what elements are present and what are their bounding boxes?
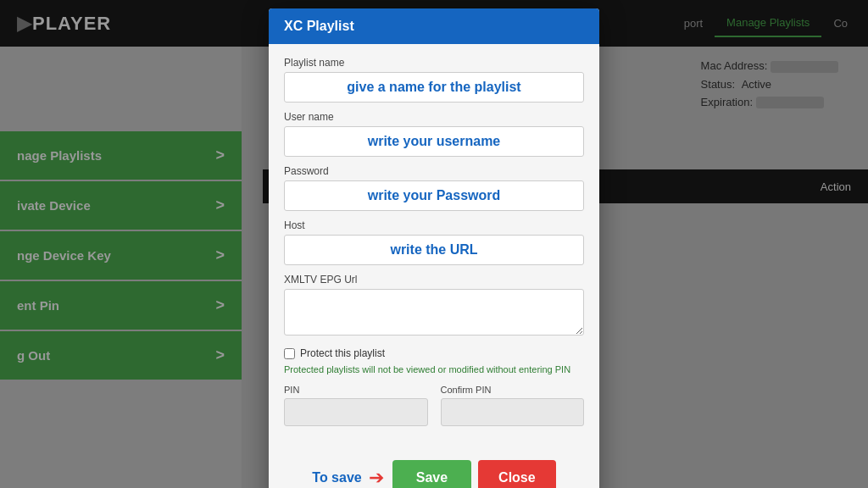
confirm-pin-group: Confirm PIN (441, 385, 585, 426)
modal-header: XC Playlist (269, 8, 599, 44)
protect-label: Protect this playlist (300, 347, 385, 359)
xc-playlist-modal: XC Playlist Playlist name User name Pass… (269, 8, 599, 488)
password-label: Password (284, 165, 584, 177)
modal-title: XC Playlist (284, 19, 354, 33)
playlist-name-group: Playlist name (284, 57, 584, 103)
xmltv-input[interactable] (284, 289, 584, 336)
host-label: Host (284, 219, 584, 231)
password-group: Password (284, 165, 584, 211)
pin-label: PIN (284, 385, 428, 395)
playlist-name-input[interactable] (284, 72, 584, 103)
xmltv-group: XMLTV EPG Url (284, 274, 584, 339)
password-input[interactable] (284, 180, 584, 211)
xmltv-label: XMLTV EPG Url (284, 274, 584, 286)
username-label: User name (284, 111, 584, 123)
username-group: User name (284, 111, 584, 157)
pin-row: PIN Confirm PIN (284, 385, 584, 426)
confirm-pin-input[interactable] (441, 398, 585, 426)
close-button[interactable]: Close (478, 460, 556, 488)
host-group: Host (284, 219, 584, 265)
confirm-pin-label: Confirm PIN (441, 385, 585, 395)
playlist-name-label: Playlist name (284, 57, 584, 69)
host-input[interactable] (284, 235, 584, 265)
modal-footer: To save ➔ Save Close (269, 452, 599, 488)
protect-row: Protect this playlist (284, 347, 584, 359)
pin-input[interactable] (284, 398, 428, 426)
protect-note: Protected playlists will not be viewed o… (284, 363, 584, 376)
modal-body: Playlist name User name Password Host XM… (269, 44, 599, 452)
save-button[interactable]: Save (392, 460, 471, 488)
username-input[interactable] (284, 126, 584, 157)
pin-group: PIN (284, 385, 428, 426)
modal-overlay: XC Playlist Playlist name User name Pass… (0, 0, 868, 488)
save-annotation: To save (312, 470, 361, 485)
arrow-right-icon: ➔ (369, 467, 384, 488)
protect-checkbox[interactable] (284, 348, 295, 359)
